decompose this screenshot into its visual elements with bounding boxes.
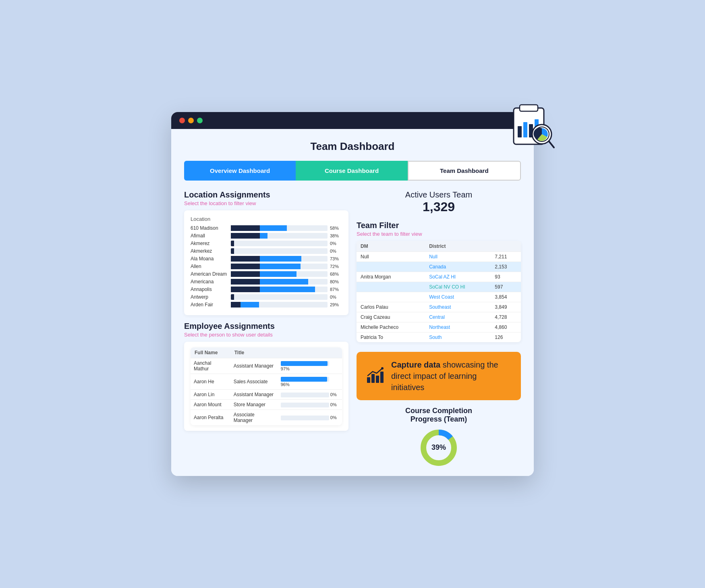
browser-content: Team Dashboard Overview Dashboard Course… [171,129,534,476]
bar-name: Akmerez [191,241,231,246]
employee-name: Aanchal Mathur [191,358,230,374]
employee-bar-track [281,393,329,397]
employee-bar-track [281,377,329,382]
employee-pct: 0% [329,392,337,397]
location-bar-row: Annapolis87% [191,287,342,292]
location-bar-row: Antwerp0% [191,294,342,300]
employee-pct: 0% [329,402,337,407]
team-row[interactable]: NullNull7,211 [357,252,521,262]
dot-yellow [188,118,194,123]
location-bar-row: Americana80% [191,279,342,285]
employee-subtitle: Select the person to show user details [184,332,348,338]
bar-blue [260,264,301,269]
location-subtitle: Select the location to filter view [184,200,348,206]
team-row[interactable]: Carlos PalauSoutheast3,849 [357,302,521,312]
svg-rect-2 [518,126,522,137]
bar-track [231,294,328,300]
bar-name: Arden Fair [191,302,231,308]
banner-icon [365,364,386,388]
employee-bar-cell: 0% [278,410,342,426]
employee-table: Full Name Title Aanchal MathurAssistant … [191,347,342,425]
bar-pct: 38% [330,233,342,238]
team-value: 597 [491,282,521,292]
team-district: SoCal AZ HI [425,272,491,282]
bar-dark [231,256,260,262]
team-row[interactable]: SoCal NV CO HI597 [357,282,521,292]
bar-blue [260,279,308,285]
svg-rect-10 [371,374,375,383]
bar-blue [260,225,287,231]
team-dm [357,282,425,292]
bar-fill [231,241,234,246]
employee-row[interactable]: Aaron HeSales Associate 96% [191,374,342,390]
team-row[interactable]: Craig CazeauCentral4,728 [357,312,521,322]
employee-bar-fill [281,361,328,366]
location-bars: 610 Madison58%Afimall38%Akmerez0%Akmerke… [191,225,342,308]
dot-red [179,118,185,123]
team-district: Canada [425,262,491,272]
team-district: South [425,332,491,343]
svg-rect-3 [523,122,527,137]
team-row[interactable]: Patricia ToSouth126 [357,332,521,343]
employee-title: Assistant Manager [230,390,278,400]
team-row[interactable]: Canada2,153 [357,262,521,272]
active-users-label: Active Users Team [357,190,521,199]
location-title: Location Assignments [184,190,348,199]
bar-dark [231,264,260,269]
tab-course[interactable]: Course Dashboard [296,161,407,181]
svg-point-13 [381,367,384,370]
employee-name: Aaron Lin [191,390,230,400]
banner-text: Capture data showcasing the direct impac… [391,359,512,393]
employee-row[interactable]: Aaron MountStore Manager 0% [191,400,342,410]
bar-name: Antwerp [191,294,231,300]
employee-title: Associate Manager [230,410,278,426]
employee-section: Employee Assignments Select the person t… [184,322,348,431]
bar-name: Ala Moana [191,256,231,262]
bar-fill [231,248,234,254]
team-district: Null [425,252,491,262]
employee-row[interactable]: Aaron PeraltaAssociate Manager 0% [191,410,342,426]
employee-name: Aaron He [191,374,230,390]
bar-pct: 0% [330,241,342,246]
bar-name: American Dream [191,271,231,277]
banner-bold: Capture data [391,360,440,369]
active-users-box: Active Users Team 1,329 [357,190,521,214]
browser-titlebar [171,112,534,129]
location-bar-row: Ala Moana73% [191,256,342,262]
employee-pct: 97% [281,366,290,371]
bar-dark [231,302,241,308]
bar-pct: 68% [330,272,342,276]
bar-blue [260,271,297,277]
team-district: Southeast [425,302,491,312]
team-tbody: NullNull7,211Canada2,153Anitra MorganSoC… [357,252,521,343]
bar-blue [260,233,267,239]
team-row[interactable]: West Coast3,854 [357,292,521,302]
employee-bar-cell: 0% [278,400,342,410]
employee-bar-track [281,361,329,366]
bar-track [231,248,328,254]
team-value: 7,211 [491,252,521,262]
bar-name: Afimall [191,233,231,239]
col-bar [278,347,342,358]
team-row[interactable]: Anitra MorganSoCal AZ HI93 [357,272,521,282]
team-dm [357,262,425,272]
dot-green [197,118,203,123]
tabs-row: Overview Dashboard Course Dashboard Team… [184,161,521,181]
employee-row[interactable]: Aanchal MathurAssistant Manager 97% [191,358,342,374]
team-table: DM District NullNull7,211Canada2,153Anit… [357,241,521,342]
employee-row[interactable]: Aaron LinAssistant Manager 0% [191,390,342,400]
team-value: 4,860 [491,322,521,332]
bar-blue [241,302,259,308]
team-district: Northeast [425,322,491,332]
tab-team[interactable]: Team Dashboard [408,161,521,181]
team-dm [357,292,425,302]
donut-svg: 39% [419,428,459,468]
tab-overview[interactable]: Overview Dashboard [184,161,296,181]
bar-name: Akmerkez [191,248,231,254]
team-row[interactable]: Michelle PachecoNortheast4,860 [357,322,521,332]
employee-chart: Full Name Title Aanchal MathurAssistant … [184,342,348,431]
col-title: Title [230,347,278,358]
bar-pct: 80% [330,279,342,284]
svg-rect-12 [380,372,384,383]
svg-line-8 [549,141,554,148]
